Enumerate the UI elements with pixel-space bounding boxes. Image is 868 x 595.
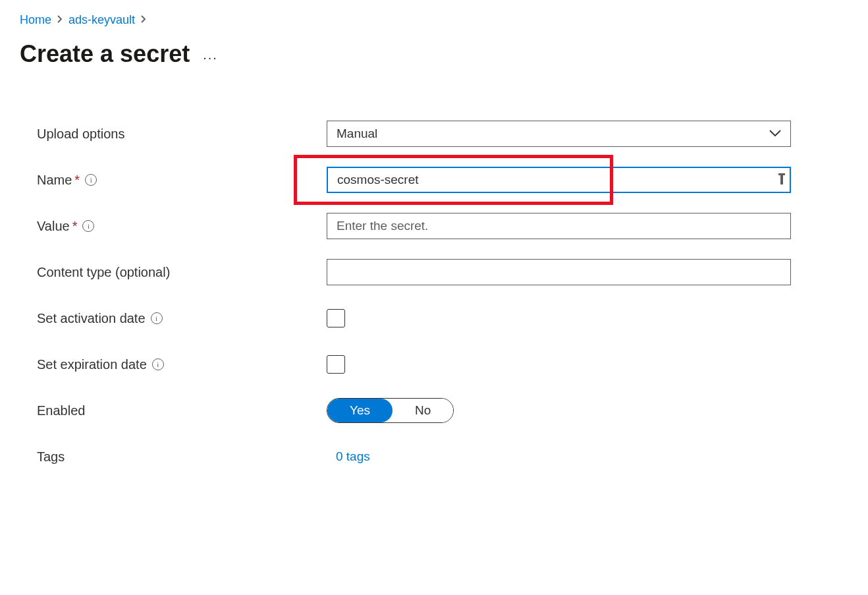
enabled-label: Enabled xyxy=(37,403,327,418)
info-icon[interactable]: i xyxy=(152,358,164,370)
more-options-icon[interactable]: ··· xyxy=(203,43,218,65)
enabled-toggle: Yes No xyxy=(327,398,454,423)
name-label: Name * i xyxy=(37,173,327,188)
tags-label: Tags xyxy=(37,449,327,465)
info-icon[interactable]: i xyxy=(151,312,163,324)
expiration-date-row: Set expiration date i xyxy=(37,351,848,378)
expiration-date-checkbox[interactable] xyxy=(327,355,345,374)
form-container: Upload options Manual Name * i Value * i xyxy=(20,121,848,470)
content-type-input[interactable] xyxy=(327,259,791,285)
chevron-right-icon xyxy=(140,14,147,26)
info-icon[interactable]: i xyxy=(82,220,94,232)
value-input[interactable] xyxy=(327,213,791,239)
name-row: Name * i xyxy=(37,167,848,193)
upload-options-label: Upload options xyxy=(37,127,327,142)
text-cursor-icon xyxy=(780,175,783,184)
upload-options-row: Upload options Manual xyxy=(37,121,848,147)
breadcrumb-resource[interactable]: ads-keyvault xyxy=(68,13,135,27)
info-icon[interactable]: i xyxy=(85,174,97,186)
value-label: Value * i xyxy=(37,219,327,234)
enabled-row: Enabled Yes No xyxy=(37,397,848,424)
enabled-toggle-no[interactable]: No xyxy=(393,399,453,422)
enabled-toggle-yes[interactable]: Yes xyxy=(327,399,393,422)
required-indicator-icon: * xyxy=(74,173,80,188)
content-type-row: Content type (optional) xyxy=(37,259,848,285)
page-title: Create a secret xyxy=(20,40,190,68)
breadcrumb-home[interactable]: Home xyxy=(20,13,51,27)
value-row: Value * i xyxy=(37,213,848,239)
activation-date-row: Set activation date i xyxy=(37,305,848,331)
tags-link[interactable]: 0 tags xyxy=(327,449,370,463)
breadcrumb: Home ads-keyvault xyxy=(20,13,848,27)
required-indicator-icon: * xyxy=(72,219,78,234)
content-type-label: Content type (optional) xyxy=(37,265,327,280)
activation-date-label: Set activation date i xyxy=(37,311,327,326)
upload-options-select[interactable]: Manual xyxy=(327,121,791,147)
tags-row: Tags 0 tags xyxy=(37,443,848,470)
name-input[interactable] xyxy=(327,167,791,193)
expiration-date-label: Set expiration date i xyxy=(37,357,327,372)
chevron-right-icon xyxy=(57,14,63,26)
page-header: Create a secret ··· xyxy=(20,40,848,68)
activation-date-checkbox[interactable] xyxy=(327,309,345,327)
